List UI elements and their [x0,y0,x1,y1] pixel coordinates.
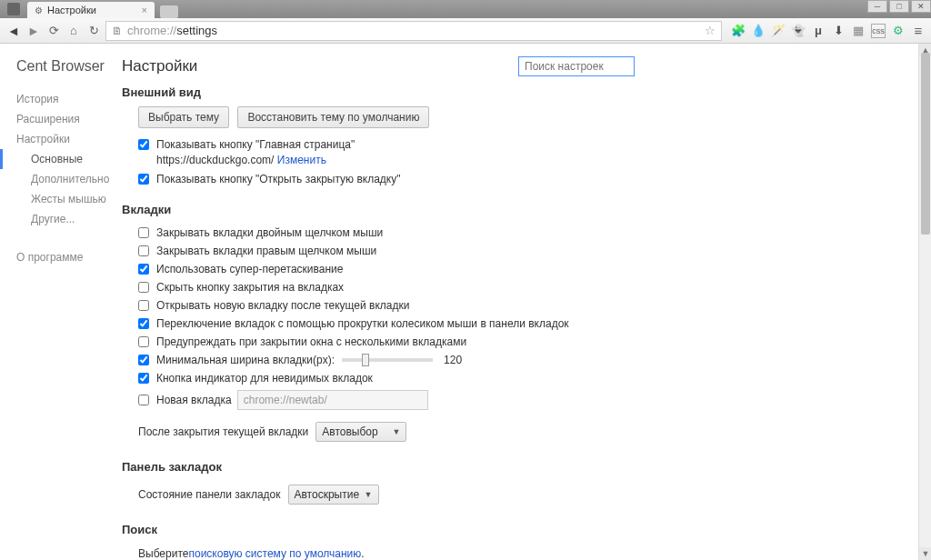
home-button[interactable]: ⌂ [65,23,82,39]
show-home-label: Показывать кнопку "Главная страница" [156,138,355,151]
show-home-checkbox[interactable] [138,139,149,150]
wheel-switch-label: Переключение вкладок с помощью прокрутки… [156,317,569,330]
close-right-checkbox[interactable] [138,245,149,256]
show-reopen-label: Показывать кнопку "Открыть закрытую вкла… [156,173,400,185]
bookmark-star-icon[interactable]: ☆ [705,24,716,37]
ext-mu-icon[interactable]: μ [811,24,826,38]
home-url-text: https://duckduckgo.com/ [156,154,274,166]
min-width-slider[interactable] [342,358,433,362]
hide-close-checkbox[interactable] [138,282,149,293]
bookmarks-state-select[interactable]: Автоскрытие ▼ [288,485,379,505]
back-button[interactable]: ◄ [5,23,22,39]
sidebar-item-extensions[interactable]: Расширения [16,109,111,129]
section-heading-bookmarks: Панель закладок [122,460,916,474]
sidebar-sub-other[interactable]: Другие... [16,209,111,229]
reset-theme-button[interactable]: Восстановить тему по умолчанию [237,106,429,128]
chevron-down-icon: ▼ [365,490,373,499]
minimize-button[interactable]: ─ [867,0,887,13]
change-home-link[interactable]: Изменить [277,154,326,166]
super-drag-label: Использовать супер-перетаскивание [156,263,343,275]
indicator-hidden-label: Кнопка индикатор для невидимых вкладок [156,372,373,385]
brand-title: Cent Browser [16,58,111,75]
sidebar: Cent Browser История Расширения Настройк… [0,44,111,560]
sidebar-sub-gestures[interactable]: Жесты мышью [16,189,111,209]
tab-close-icon[interactable]: × [142,5,147,15]
toolbar: ◄ ► ⟳ ⌂ ↻ 🗎 chrome://settings ☆ 🧩 💧 🪄 👻 … [0,18,931,44]
sidebar-item-settings[interactable]: Настройки [16,129,111,149]
bookmarks-state-label: Состояние панели закладок [138,488,281,501]
page-title: Настройки [122,57,197,75]
min-width-label: Минимальная ширина вкладки(px): [156,354,335,366]
tab-strip: ⚙ Настройки × [0,0,931,18]
scroll-thumb[interactable] [921,53,930,235]
search-input[interactable] [518,56,635,76]
close-double-label: Закрывать вкладки двойным щелчком мыши [156,226,383,239]
ext-wand-icon[interactable]: 🪄 [771,24,786,38]
after-close-value: Автовыбор [322,425,377,438]
maximize-button[interactable]: □ [889,0,909,13]
sidebar-item-about[interactable]: О программе [16,247,111,267]
ext-gear-icon[interactable]: ⚙ [891,24,906,38]
sidebar-sub-basic[interactable]: Основные [0,149,111,169]
sidebar-item-history[interactable]: История [16,89,111,109]
warn-multiple-label: Предупреждать при закрытии окна с нескол… [156,335,466,348]
hide-close-label: Скрыть кнопку закрытия на вкладках [156,281,344,294]
min-width-checkbox[interactable] [138,355,149,365]
scrollbar[interactable]: ▲ ▼ [918,44,931,560]
choose-theme-button[interactable]: Выбрать тему [138,106,229,128]
forward-button[interactable]: ► [25,23,42,39]
chevron-down-icon: ▼ [392,427,400,436]
close-right-label: Закрывать вкладки правым щелчком мыши [156,245,376,257]
search-choose-text: Выберите [138,547,188,560]
scroll-down-button[interactable]: ▼ [919,547,931,560]
ext-css-icon[interactable]: css [871,24,886,38]
url-path: settings [176,24,217,37]
window-controls: ─ □ ✕ [866,0,931,15]
indicator-hidden-checkbox[interactable] [138,373,149,384]
ext-drop-icon[interactable]: 💧 [751,24,766,38]
menu-button[interactable]: ≡ [911,24,926,38]
section-heading-tabs: Вкладки [122,203,916,216]
super-drag-checkbox[interactable] [138,264,149,275]
main-panel: Настройки Внешний вид Выбрать тему Восст… [111,44,931,560]
tab-title: Настройки [47,5,96,15]
open-after-current-label: Открывать новую вкладку после текущей вк… [156,299,409,312]
sidebar-sub-advanced[interactable]: Дополнительно [16,169,111,189]
section-heading-appearance: Внешний вид [122,85,916,99]
reopen-tab-button[interactable]: ↻ [85,23,102,39]
after-close-label: После закрытия текущей вкладки [138,425,308,438]
browser-tab-settings[interactable]: ⚙ Настройки × [27,2,155,18]
ext-puzzle-icon[interactable]: 🧩 [731,24,746,38]
ext-grid-icon[interactable]: ▦ [851,24,866,38]
section-heading-search: Поиск [122,523,916,536]
reload-button[interactable]: ⟳ [45,23,62,39]
search-box [518,56,635,76]
content: Cent Browser История Расширения Настройк… [0,44,931,560]
warn-multiple-checkbox[interactable] [138,336,149,347]
url-scheme: chrome:// [127,24,176,37]
new-tab-button[interactable] [160,5,178,18]
min-width-value: 120 [444,354,462,366]
wheel-switch-checkbox[interactable] [138,318,149,329]
close-window-button[interactable]: ✕ [911,0,931,13]
tab-favicon-gear-icon: ⚙ [35,5,43,15]
show-reopen-checkbox[interactable] [138,174,149,185]
ext-ghost-icon[interactable]: 👻 [791,24,806,38]
after-close-select[interactable]: Автовыбор ▼ [315,422,406,442]
new-tab-url-input[interactable] [237,390,428,410]
omnibox[interactable]: 🗎 chrome://settings ☆ [105,21,722,41]
slider-thumb[interactable] [362,354,369,366]
close-double-checkbox[interactable] [138,227,149,238]
default-search-link[interactable]: поисковую систему по умолчанию [188,547,361,560]
bookmarks-state-value: Автоскрытие [295,488,360,501]
page-icon: 🗎 [112,25,123,37]
new-tab-label: Новая вкладка [156,394,232,406]
open-after-current-checkbox[interactable] [138,300,149,311]
search-period: . [361,547,364,560]
new-tab-checkbox[interactable] [138,395,149,405]
ext-down-icon[interactable]: ⬇ [831,24,846,38]
extension-icons: 🧩 💧 🪄 👻 μ ⬇ ▦ css ⚙ ≡ [726,24,926,38]
